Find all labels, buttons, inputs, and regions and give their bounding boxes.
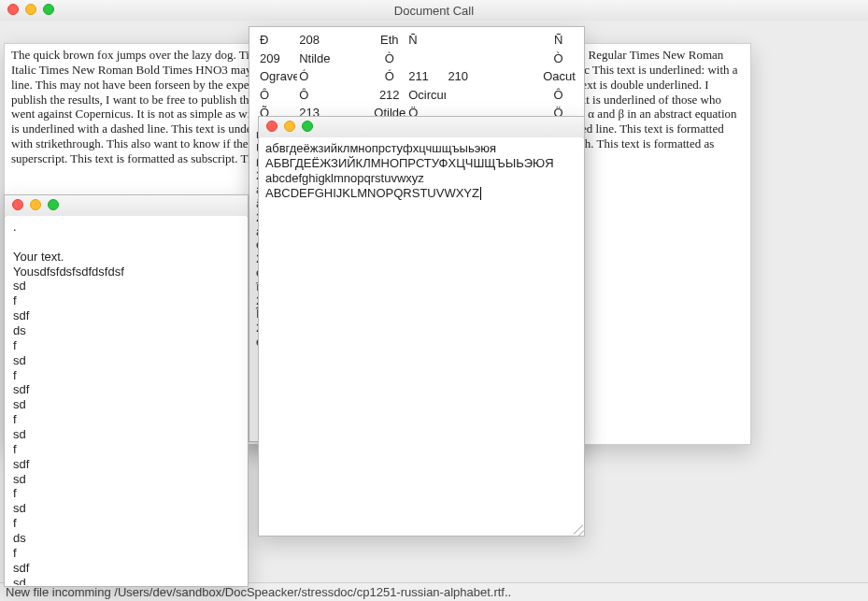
glyph-cell: Ó [297,67,372,86]
status-text: New file incomming /Users/dev/sandbox/Do… [6,585,511,599]
text-line: sd [13,279,239,293]
alphabet-titlebar[interactable] [259,117,584,138]
glyph-cell: Ô [297,86,372,105]
glyph-cell: 209 [258,50,297,68]
close-icon[interactable] [7,4,19,15]
text-line: f [13,546,239,561]
scratch-content[interactable]: . Your text.Yousdfsfdsfsdfdsfdsfsdfsdfds… [6,216,247,585]
close-icon[interactable] [12,199,23,210]
glyph-cell: Ô [541,86,576,105]
text-line: ds [13,323,239,338]
glyph-cell: 208 [297,31,372,50]
glyph-cell: Ô [258,86,297,105]
window-controls-alphabet[interactable] [266,121,313,132]
glyph-cell: Ò [372,50,406,68]
text-caret [480,187,481,200]
text-line: f [13,368,239,383]
app-title: Document Call [394,4,474,18]
glyph-cell [446,50,541,68]
text-line: АБВГДЕЁЖЗИЙКЛМНОПРСТУФХЦЧШЩЪЫЬЭЮЯ [265,156,577,171]
text-line: sd [13,472,239,487]
glyph-cell: Ñ [406,31,446,50]
text-line: sd [13,576,239,585]
text-line: f [13,442,239,457]
text-line: абвгдеёжзийклмнопрстуфхцчшщъыьэюя [265,141,577,156]
window-scratch-text[interactable]: . Your text.Yousdfsfdsfsdfdsfdsfsdfsdfds… [4,194,249,587]
text-line: abcdefghigklmnopqrstuvwxyz [265,171,577,186]
table-row: ÔÔ212OcircumflexÔ [258,86,576,105]
text-line [13,235,239,250]
glyph-cell: Eth [372,31,406,50]
text-line: . [13,220,239,235]
glyph-cell [446,86,541,105]
window-controls-scratch[interactable] [12,199,59,210]
glyph-cell: 210 [446,67,541,86]
glyph-cell: Ò [541,50,576,68]
text-line: sdf [13,457,239,472]
window-alphabet[interactable]: абвгдеёжзийклмнопрстуфхцчшщъыьэюяАБВГДЕЁ… [258,116,585,537]
table-row: Ð208EthÑÑ [258,31,576,50]
text-line: f [13,516,239,531]
text-line: f [13,412,239,427]
text-line: Your text. [13,250,239,265]
zoom-icon[interactable] [302,121,313,132]
glyph-cell: Oacute [541,67,576,86]
text-line: f [13,293,239,308]
text-line: f [13,338,239,353]
zoom-icon[interactable] [43,4,54,15]
table-row: 209NtildeÒÒ [258,50,576,68]
text-line: ABCDEFGHIJKLMNOPQRSTUVWXYZ [265,186,577,201]
text-line: sd [13,353,239,368]
text-line: sd [13,397,239,412]
table-row: OgraveÓÓ211210Oacute [258,67,576,86]
window-controls-main[interactable] [7,4,54,15]
glyph-cell: Ograve [258,67,297,86]
app-titlebar: Document Call [0,0,868,21]
desktop-area: The quick brown fox jumps over the lazy … [0,21,868,582]
minimize-icon[interactable] [284,121,295,132]
glyph-cell: Ó [372,67,406,86]
text-line: f [13,486,239,501]
glyph-cell [446,31,541,50]
zoom-icon[interactable] [48,199,59,210]
glyph-cell: 212 [372,86,406,105]
text-line: sd [13,427,239,442]
text-line: Yousdfsfdsfsdfdsfdsf [13,265,239,279]
minimize-icon[interactable] [25,4,36,15]
scratch-titlebar[interactable] [5,195,248,217]
glyph-cell: Ocircumflex [406,86,446,105]
glyph-cell: Ntilde [297,50,372,68]
text-line: sd [13,501,239,516]
glyph-cell: Ð [258,31,297,50]
glyph-cell: 211 [406,67,446,86]
glyph-cell [406,50,446,68]
close-icon[interactable] [266,121,277,132]
glyph-cell: Ñ [541,31,576,50]
alphabet-content[interactable]: абвгдеёжзийклмнопрстуфхцчшщъыьэюяАБВГДЕЁ… [260,137,583,535]
text-line: sdf [13,382,239,397]
text-line: ds [13,531,239,546]
minimize-icon[interactable] [30,199,41,210]
text-line: sdf [13,561,239,576]
resize-grip-icon[interactable] [570,522,583,535]
text-line: sdf [13,308,239,323]
